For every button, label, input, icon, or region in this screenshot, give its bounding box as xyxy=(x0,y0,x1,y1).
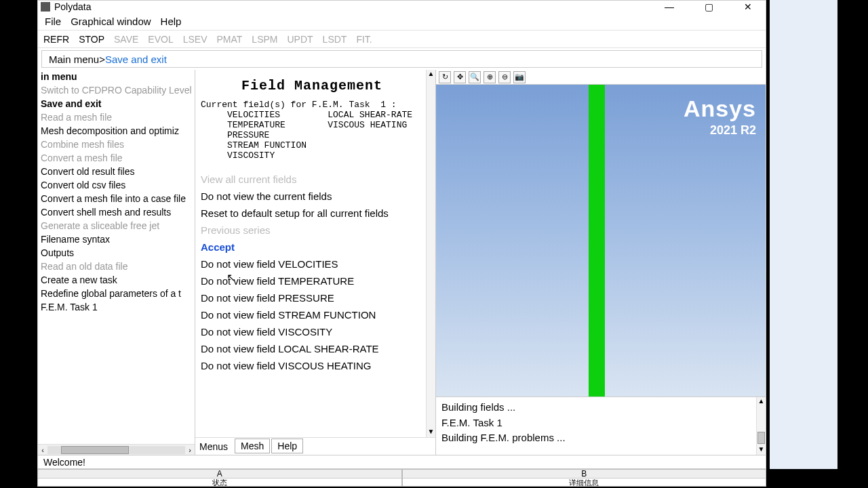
breadcrumb-sep: > xyxy=(99,54,105,65)
left-menu-item[interactable]: Read an old data file xyxy=(38,260,195,273)
right-panel: ↻✥🔍⊕⊖📷 Ansys 2021 R2 Building fields ...… xyxy=(436,70,766,455)
breadcrumb-root[interactable]: Main menu xyxy=(49,54,99,65)
field-action-item[interactable]: Do not view field VISCOSITY xyxy=(201,326,423,338)
toolbar-lspm: LSPM xyxy=(252,34,277,45)
left-menu-item[interactable]: Redefine global parameters of a t xyxy=(38,287,195,300)
left-menu-item[interactable]: Convert old result files xyxy=(38,165,195,178)
bottom-tabs: Menus Mesh Help xyxy=(195,437,435,455)
menu-help[interactable]: Help xyxy=(161,16,182,27)
hscroll-thumb[interactable] xyxy=(61,446,129,454)
sheet-column-header[interactable]: A xyxy=(38,470,401,479)
left-menu-item[interactable]: Outputs xyxy=(38,246,195,260)
tab-mesh[interactable]: Mesh xyxy=(235,439,270,453)
log-scroll-down[interactable]: ▼ xyxy=(757,445,766,455)
left-menu-item[interactable]: Read a mesh file xyxy=(38,110,195,124)
graphics-toolbar: ↻✥🔍⊕⊖📷 xyxy=(436,70,766,85)
accept-button[interactable]: Accept xyxy=(201,241,423,253)
log-scroll-thumb[interactable] xyxy=(757,432,765,444)
left-menu-item[interactable]: Combine mesh files xyxy=(38,138,195,151)
log-scroll-up[interactable]: ▲ xyxy=(757,397,766,407)
field-action-item[interactable]: Do not view field VISCOUS HEATING xyxy=(201,360,423,371)
brand-watermark: Ansys 2021 R2 xyxy=(684,96,756,138)
left-menu-item[interactable]: Convert old csv files xyxy=(38,178,195,192)
graphics-viewport[interactable]: Ansys 2021 R2 xyxy=(436,85,766,396)
breadcrumb: Main menu > Save and exit xyxy=(41,50,762,68)
main-area: in menuSwitch to CFDPRO Capability Level… xyxy=(38,70,766,455)
field-action-item[interactable]: Reset to default setup for all current f… xyxy=(201,207,423,219)
app-window: Polydata — ▢ ✕ File Graphical window Hel… xyxy=(37,0,766,469)
refresh-icon[interactable]: ↻ xyxy=(439,71,451,83)
scroll-down-arrow[interactable]: ▼ xyxy=(427,428,435,437)
toolbar-refr[interactable]: REFR xyxy=(43,34,69,45)
hscroll-right-arrow[interactable]: › xyxy=(185,446,195,454)
left-menu-item[interactable]: Filename syntax xyxy=(38,232,195,246)
left-menu-item[interactable]: Convert shell mesh and results xyxy=(38,205,195,219)
scroll-up-arrow[interactable]: ▲ xyxy=(427,70,435,79)
left-menu-item[interactable]: in menu xyxy=(38,70,195,83)
field-action-item: Previous series xyxy=(201,224,423,236)
toolbar-fit: FIT. xyxy=(356,34,372,45)
field-action-item[interactable]: Do not view the current fields xyxy=(201,190,423,202)
pan-icon[interactable]: ✥ xyxy=(454,71,466,83)
menu-graphical-window[interactable]: Graphical window xyxy=(71,16,151,27)
tab-menus[interactable]: Menus xyxy=(198,440,233,453)
zoom-icon[interactable]: 🔍 xyxy=(469,71,481,83)
panel-title: Field Management xyxy=(201,78,423,94)
sheet-column: A状态 xyxy=(37,469,402,487)
zoom-in-icon[interactable]: ⊕ xyxy=(484,71,496,83)
left-menu-item[interactable]: Generate a sliceable free jet xyxy=(38,219,195,232)
menubar: File Graphical window Help xyxy=(38,13,766,30)
left-menu-item[interactable]: F.E.M. Task 1 xyxy=(38,300,195,314)
toolbar-lsdt: LSDT xyxy=(323,34,347,45)
sheet-tab[interactable]: 详细信息 xyxy=(403,479,766,486)
log-line: Building fields ... xyxy=(441,400,751,415)
toolbar-updt: UPDT xyxy=(287,34,313,45)
app-icon xyxy=(41,2,50,12)
center-panel: Field Management Current field(s) for F.… xyxy=(195,70,436,455)
hscroll-track[interactable] xyxy=(47,446,185,454)
titlebar: Polydata — ▢ ✕ xyxy=(38,1,766,13)
minimize-button[interactable]: — xyxy=(656,1,683,13)
log-line: F.E.M. Task 1 xyxy=(441,415,751,431)
field-action-item[interactable]: Do not view field VELOCITIES xyxy=(201,258,423,270)
window-title: Polydata xyxy=(54,1,656,12)
tab-help[interactable]: Help xyxy=(271,439,303,453)
left-menu-hscroll[interactable]: ‹ › xyxy=(38,444,195,455)
close-button[interactable]: ✕ xyxy=(734,1,762,13)
toolbar-evol: EVOL xyxy=(148,34,173,45)
left-menu-item[interactable]: Save and exit xyxy=(38,97,195,110)
maximize-button[interactable]: ▢ xyxy=(695,1,722,13)
toolbar-stop[interactable]: STOP xyxy=(79,34,104,45)
left-menu-item[interactable]: Switch to CFDPRO Capability Level xyxy=(38,83,195,97)
log-scrollbar[interactable]: ▲ ▼ xyxy=(756,397,766,455)
sheet-tab[interactable]: 状态 xyxy=(38,479,401,486)
field-action-item[interactable]: Do not view field PRESSURE xyxy=(201,292,423,304)
camera-icon[interactable]: 📷 xyxy=(513,71,526,83)
left-menu-item[interactable]: Mesh decomposition and optimiz xyxy=(38,124,195,138)
menu-file[interactable]: File xyxy=(45,16,61,27)
statusbar: Welcome! xyxy=(38,455,766,468)
model-geometry xyxy=(589,85,605,396)
field-action-item[interactable]: Do not view field STREAM FUNCTION xyxy=(201,309,423,321)
center-scrollbar[interactable]: ▲ ▼ xyxy=(426,70,435,437)
left-menu-item[interactable]: Create a new task xyxy=(38,273,195,287)
zoom-out-icon[interactable]: ⊖ xyxy=(498,71,511,83)
log-line: Building F.E.M. problems ... xyxy=(441,430,751,446)
sheet-column-header[interactable]: B xyxy=(403,470,766,479)
toolbar-lsev: LSEV xyxy=(183,34,208,45)
field-action-item[interactable]: Do not view field TEMPERATURE xyxy=(201,275,423,287)
current-fields-text: Current field(s) for F.E.M. Task 1 : VEL… xyxy=(201,100,423,161)
breadcrumb-current[interactable]: Save and exit xyxy=(105,54,167,65)
hscroll-left-arrow[interactable]: ‹ xyxy=(38,446,47,454)
sheet-column: B详细信息 xyxy=(402,469,767,487)
left-menu: in menuSwitch to CFDPRO Capability Level… xyxy=(38,70,195,455)
left-menu-item[interactable]: Convert a mesh file into a case file xyxy=(38,192,195,205)
toolbar-save: SAVE xyxy=(114,34,138,45)
field-action-item[interactable]: Do not view field LOCAL SHEAR-RATE xyxy=(201,343,423,354)
left-menu-item[interactable]: Convert a mesh file xyxy=(38,151,195,165)
toolbar: REFRSTOPSAVEEVOLLSEVPMATLSPMUPDTLSDTFIT. xyxy=(38,30,766,48)
status-text: Welcome! xyxy=(43,457,85,468)
toolbar-pmat: PMAT xyxy=(216,34,242,45)
brand-version: 2021 R2 xyxy=(684,123,756,138)
log-panel: Building fields ...F.E.M. Task 1 Buildin… xyxy=(436,396,766,455)
